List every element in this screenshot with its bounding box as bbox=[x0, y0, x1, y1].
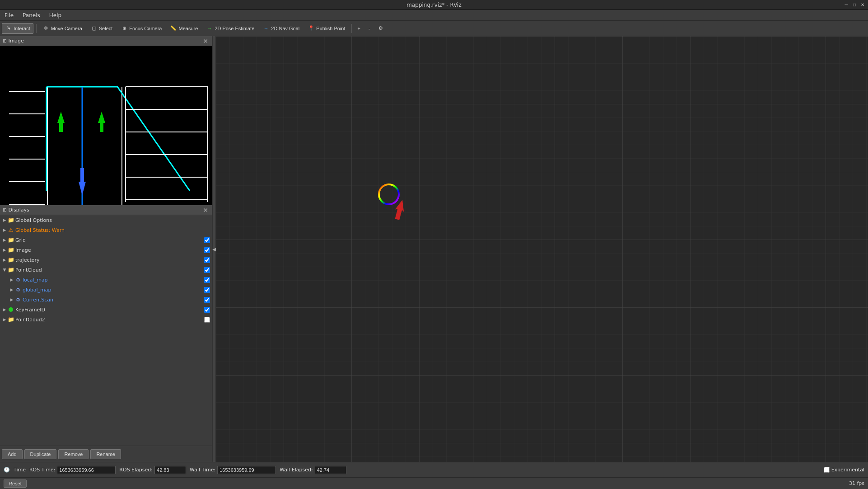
add-button[interactable]: Add bbox=[2, 449, 23, 459]
ros-elapsed-input[interactable] bbox=[154, 466, 186, 474]
global-map-checkbox[interactable] bbox=[204, 287, 210, 293]
zoom-out-button[interactable]: - bbox=[365, 24, 373, 33]
pointcloud2-label: PointCloud2 bbox=[15, 317, 204, 323]
focus-camera-icon: ⊕ bbox=[121, 25, 128, 32]
collapse-handle[interactable]: ◀ bbox=[212, 36, 216, 462]
measure-icon: 📏 bbox=[170, 25, 177, 32]
experimental-checkbox[interactable] bbox=[824, 467, 830, 473]
grid-label: Grid bbox=[15, 237, 204, 243]
display-row-grid[interactable]: ▶ 📁 Grid bbox=[0, 235, 212, 245]
image-canvas-element bbox=[0, 46, 209, 205]
expand-global-options: ▶ bbox=[2, 217, 7, 223]
minimize-button[interactable]: ─ bbox=[843, 1, 850, 9]
image-panel-title: Image bbox=[8, 38, 23, 44]
menu-help[interactable]: Help bbox=[47, 11, 64, 19]
wall-time-input[interactable] bbox=[217, 466, 276, 474]
panel-grid-icon-2: ⊞ bbox=[3, 207, 6, 212]
image-canvas bbox=[0, 46, 209, 205]
menu-panels[interactable]: Panels bbox=[20, 11, 43, 19]
menu-file[interactable]: File bbox=[2, 11, 16, 19]
interact-button[interactable]: 🖱 Interact bbox=[2, 23, 33, 34]
grid-checkbox[interactable] bbox=[204, 237, 210, 243]
display-row-trajectory[interactable]: ▶ 📁 trajectory bbox=[0, 255, 212, 265]
move-camera-icon: ✥ bbox=[42, 25, 50, 32]
pointcloud-label: PointCloud bbox=[15, 267, 204, 273]
menubar: File Panels Help bbox=[0, 10, 868, 21]
pointcloud2-checkbox[interactable] bbox=[204, 317, 210, 323]
displays-panel-close[interactable]: ✕ bbox=[202, 207, 209, 214]
grid-svg bbox=[216, 36, 868, 462]
display-row-image[interactable]: ▶ 📁 Image bbox=[0, 245, 212, 255]
main-area: ⊞ Image ✕ ⊞ Displays ✕ ▶ 📁 Global Option… bbox=[0, 36, 868, 462]
display-row-keyframe-id[interactable]: ▶ KeyFrameID bbox=[0, 305, 212, 315]
display-row-global-status[interactable]: ▶ ⚠ Global Status: Warn bbox=[0, 225, 212, 235]
display-row-global-options[interactable]: ▶ 📁 Global Options bbox=[0, 215, 212, 225]
display-row-current-scan[interactable]: ▶ ⚙ CurrentScan bbox=[7, 295, 212, 305]
publish-point-button[interactable]: 📍 Publish Point bbox=[304, 23, 348, 34]
image-panel-header: ⊞ Image ✕ bbox=[0, 36, 212, 46]
gear-icon-global-map: ⚙ bbox=[14, 286, 22, 293]
wall-elapsed-input[interactable] bbox=[315, 466, 346, 474]
3d-viewport[interactable] bbox=[216, 36, 868, 462]
display-row-pointcloud[interactable]: ▼ 📁 PointCloud bbox=[0, 265, 212, 275]
bottom-buttons: Add Duplicate Remove Rename bbox=[0, 446, 212, 462]
pointcloud-checkbox[interactable] bbox=[204, 267, 210, 273]
ros-elapsed-label: ROS Elapsed: bbox=[119, 467, 153, 473]
close-button[interactable]: ✕ bbox=[859, 1, 866, 9]
select-icon: ▢ bbox=[90, 25, 98, 32]
statusbar: Reset 31 fps bbox=[0, 477, 868, 489]
duplicate-button[interactable]: Duplicate bbox=[24, 449, 57, 459]
expand-global-map: ▶ bbox=[9, 287, 14, 292]
toolbar-separator-1 bbox=[36, 24, 37, 33]
experimental-checkbox-container: Experimental bbox=[824, 467, 864, 473]
keyframe-id-checkbox[interactable] bbox=[204, 307, 210, 313]
measure-button[interactable]: 📏 Measure bbox=[167, 23, 201, 34]
ros-time-field: ROS Time: bbox=[29, 466, 116, 474]
pose-estimate-button[interactable]: → 2D Pose Estimate bbox=[203, 23, 257, 34]
global-status-label: Global Status: Warn bbox=[15, 227, 210, 233]
folder-icon-image: 📁 bbox=[7, 246, 14, 254]
wall-time-label: Wall Time: bbox=[190, 467, 215, 473]
remove-button[interactable]: Remove bbox=[58, 449, 89, 459]
clock-icon: 🕐 bbox=[4, 467, 10, 473]
global-map-label: global_map bbox=[23, 287, 204, 293]
local-map-checkbox[interactable] bbox=[204, 277, 210, 283]
move-camera-button[interactable]: ✥ Move Camera bbox=[39, 23, 85, 34]
reset-button[interactable]: Reset bbox=[4, 480, 27, 488]
image-checkbox[interactable] bbox=[204, 247, 210, 253]
image-label: Image bbox=[15, 247, 204, 253]
toolbar-separator-2 bbox=[351, 24, 352, 33]
titlebar: mapping.rviz* - RViz ─ □ ✕ bbox=[0, 0, 868, 10]
ros-time-input[interactable] bbox=[57, 466, 116, 474]
displays-panel-header: ⊞ Displays ✕ bbox=[0, 205, 212, 215]
pose-estimate-icon: → bbox=[206, 25, 213, 32]
interact-icon: 🖱 bbox=[5, 25, 12, 32]
focus-camera-button[interactable]: ⊕ Focus Camera bbox=[117, 23, 165, 34]
wall-time-field: Wall Time: bbox=[190, 466, 276, 474]
folder-icon-pointcloud: 📁 bbox=[7, 266, 14, 273]
ros-time-label: ROS Time: bbox=[29, 467, 55, 473]
gear-icon-current-scan: ⚙ bbox=[14, 296, 22, 303]
display-row-pointcloud2[interactable]: ▶ 📁 PointCloud2 bbox=[0, 315, 212, 324]
fps-display: 31 fps bbox=[849, 480, 864, 486]
expand-local-map: ▶ bbox=[9, 277, 14, 282]
display-row-local-map[interactable]: ▶ ⚙ local_map bbox=[7, 275, 212, 285]
ros-elapsed-field: ROS Elapsed: bbox=[119, 466, 186, 474]
maximize-button[interactable]: □ bbox=[851, 1, 858, 9]
folder-icon-pointcloud2: 📁 bbox=[7, 316, 14, 323]
nav-goal-button[interactable]: → 2D Nav Goal bbox=[259, 23, 303, 34]
expand-image: ▶ bbox=[2, 247, 7, 253]
global-options-label: Global Options bbox=[15, 217, 210, 223]
display-row-global-map[interactable]: ▶ ⚙ global_map bbox=[7, 285, 212, 295]
image-panel-close[interactable]: ✕ bbox=[202, 38, 209, 45]
folder-icon-trajectory: 📁 bbox=[7, 256, 14, 263]
current-scan-checkbox[interactable] bbox=[204, 297, 210, 303]
select-button[interactable]: ▢ Select bbox=[87, 23, 116, 34]
toolbar: 🖱 Interact ✥ Move Camera ▢ Select ⊕ Focu… bbox=[0, 21, 868, 36]
trajectory-checkbox[interactable] bbox=[204, 257, 210, 263]
zoom-in-button[interactable]: + bbox=[355, 24, 364, 33]
rename-button[interactable]: Rename bbox=[90, 449, 121, 459]
settings-button[interactable]: ⚙ bbox=[375, 24, 386, 33]
nav-goal-icon: → bbox=[262, 25, 270, 32]
local-map-label: local_map bbox=[23, 277, 204, 283]
